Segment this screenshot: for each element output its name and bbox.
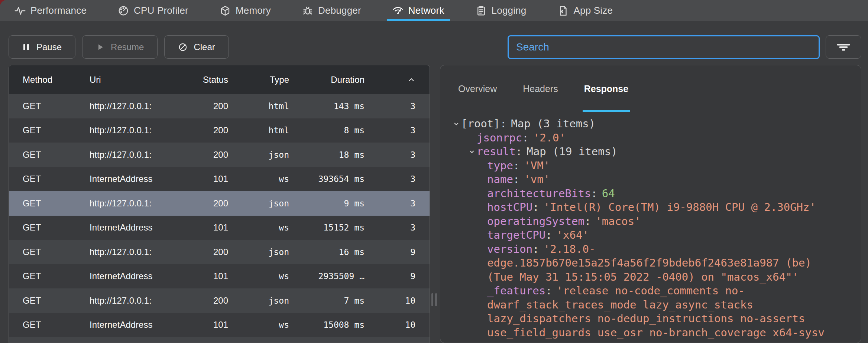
cell-status: 200 <box>169 247 228 257</box>
tab-cpu-profiler[interactable]: CPU Profiler <box>114 0 192 21</box>
tree-node-root[interactable]: [root]:Map (3 items) <box>440 117 861 131</box>
search-controls <box>508 35 861 59</box>
tree-node: version:'2.18.0- <box>440 242 861 257</box>
cell-seq: 3 <box>365 223 415 232</box>
performance-icon <box>14 5 26 16</box>
tab-headers[interactable]: Headers <box>523 65 558 112</box>
split-view: Method Uri Status Type Duration GET http… <box>0 59 868 343</box>
table-row[interactable]: GET http://127.0.0.1: 200 json 16 ms 9 <box>9 240 430 264</box>
column-header-type[interactable]: Type <box>228 75 289 85</box>
column-header-duration[interactable]: Duration <box>289 75 365 85</box>
cell-seq: 3 <box>365 125 415 135</box>
tree-value: use_field_guards use_osr no-branch_cover… <box>487 326 825 340</box>
cell-status: 101 <box>169 320 228 330</box>
cell-method: GET <box>23 295 90 306</box>
tab-label: App Size <box>574 5 613 16</box>
cell-type: html <box>228 101 289 111</box>
cell-uri: http://127.0.0.1: <box>90 125 169 135</box>
split-drag-handle[interactable] <box>431 293 437 306</box>
cell-type: json <box>228 150 289 160</box>
cell-status: 200 <box>169 101 228 111</box>
table-row[interactable]: GET http://127.0.0.1: 200 json 7 ms 10 <box>9 288 430 313</box>
chevron-down-icon[interactable] <box>467 148 477 155</box>
tree-key: result <box>477 145 516 159</box>
tab-label: Logging <box>492 5 527 16</box>
table-row[interactable]: GET InternetAddress 101 ws 2935509 … 9 <box>9 264 430 289</box>
tab-performance[interactable]: Performance <box>11 0 90 21</box>
cell-status: 200 <box>169 295 228 306</box>
tab-response[interactable]: Response <box>584 65 628 112</box>
table-row-selected[interactable]: GET http://127.0.0.1: 200 json 9 ms 3 <box>9 191 430 216</box>
cell-uri: http://127.0.0.1: <box>90 198 169 209</box>
cell-duration: 15152 ms <box>289 223 365 232</box>
table-row[interactable]: GET InternetAddress 101 ws 393654 ms 3 <box>9 167 430 192</box>
tab-memory[interactable]: Memory <box>216 0 274 21</box>
record-controls: Pause Resume Clear <box>9 35 229 59</box>
tree-node: _features:'release no-code_comments no- <box>440 284 861 298</box>
cell-type: json <box>228 296 289 306</box>
tree-key: jsonrpc <box>477 131 522 145</box>
memory-icon <box>220 5 231 16</box>
column-header-uri[interactable]: Uri <box>90 75 169 85</box>
filter-button[interactable] <box>826 35 861 59</box>
table-row[interactable]: GET http://127.0.0.1: 200 html 8 ms 3 <box>9 118 430 143</box>
cpu-profiler-icon <box>118 5 129 16</box>
cell-uri: http://127.0.0.1: <box>90 150 169 160</box>
table-row[interactable] <box>9 337 430 343</box>
tree-node-wrap-line: edge.1857b670e15a25f4a56f2f9bdeb6f2463e8… <box>440 256 861 270</box>
cell-uri: InternetAddress <box>90 320 169 330</box>
tree-node: hostCPU:'Intel(R) Core(TM) i9-9880H CPU … <box>440 200 861 215</box>
cell-type: html <box>228 125 289 135</box>
sort-chevron-up-icon[interactable] <box>365 77 415 83</box>
column-header-status[interactable]: Status <box>169 75 228 85</box>
tree-node-wrap-line: (Tue May 31 15:15:05 2022 -0400) on "mac… <box>440 270 861 284</box>
cell-seq: 10 <box>365 320 415 330</box>
pause-button[interactable]: Pause <box>9 35 75 59</box>
table-row[interactable]: GET http://127.0.0.1: 200 json 18 ms 3 <box>9 143 430 167</box>
cell-duration: 2935509 … <box>289 271 365 281</box>
cell-duration: 393654 ms <box>289 174 365 184</box>
detail-tab-label: Response <box>584 84 628 94</box>
tree-value: dwarf_stack_traces_mode lazy_async_stack… <box>487 298 753 312</box>
search-input[interactable] <box>508 35 820 59</box>
tab-overview[interactable]: Overview <box>458 65 497 112</box>
tree-key: architectureBits <box>487 187 591 201</box>
chevron-down-icon[interactable] <box>451 121 461 127</box>
cell-method: GET <box>23 150 90 160</box>
cell-method: GET <box>23 125 90 135</box>
tab-debugger[interactable]: Debugger <box>299 0 365 21</box>
cell-type: json <box>228 199 289 208</box>
cell-uri: InternetAddress <box>90 222 169 233</box>
tree-node: name:'vm' <box>440 173 861 187</box>
table-row[interactable]: GET http://127.0.0.1: 200 html 143 ms 3 <box>9 94 430 118</box>
table-row[interactable]: GET InternetAddress 101 ws 15008 ms 10 <box>9 313 430 337</box>
detail-tab-label: Overview <box>458 84 497 94</box>
clear-label: Clear <box>194 42 215 52</box>
cell-uri: http://127.0.0.1: <box>90 295 169 306</box>
clear-button[interactable]: Clear <box>164 35 229 59</box>
network-toolbar: Pause Resume Clear <box>0 21 868 59</box>
cell-method: GET <box>23 247 90 257</box>
resume-button[interactable]: Resume <box>82 35 158 59</box>
cell-type: ws <box>228 271 289 281</box>
tree-key: _features <box>487 284 545 298</box>
tree-node-result[interactable]: result:Map (19 items) <box>440 145 861 159</box>
tree-value: Map (19 items) <box>527 145 617 159</box>
table-header-row: Method Uri Status Type Duration <box>9 65 430 94</box>
tree-value: Map (3 items) <box>511 117 595 131</box>
tree-value: 'Intel(R) Core(TM) i9-9880H CPU @ 2.30GH… <box>544 200 816 215</box>
tree-value: edge.1857b670e15a25f4a56f2f9bdeb6f2463e8… <box>487 256 812 270</box>
table-row[interactable]: GET InternetAddress 101 ws 15152 ms 3 <box>9 216 430 240</box>
cell-duration: 7 ms <box>289 296 365 306</box>
tab-app-size[interactable]: App Size <box>554 0 616 21</box>
tab-network[interactable]: Network <box>389 0 448 21</box>
tab-logging[interactable]: Logging <box>472 0 530 21</box>
clear-icon <box>178 42 188 52</box>
column-header-method[interactable]: Method <box>23 75 90 85</box>
play-icon <box>96 43 105 52</box>
tree-node-wrap-line: lazy_dispatchers no-dedup_instructions n… <box>440 312 861 326</box>
detail-tab-bar: Overview Headers Response <box>440 65 861 112</box>
cell-method: GET <box>23 320 90 330</box>
tree-value: 64 <box>602 187 615 201</box>
tree-value: lazy_dispatchers no-dedup_instructions n… <box>487 312 805 326</box>
